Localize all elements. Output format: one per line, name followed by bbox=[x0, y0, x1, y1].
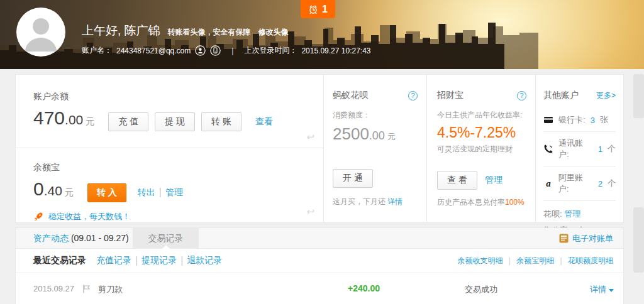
transfer-button[interactable]: 转 账 bbox=[201, 112, 242, 131]
huabei-quota-detail-link[interactable]: 花呗额度明细 bbox=[568, 256, 613, 265]
huabei-manage-item: 花呗: 管理 bbox=[543, 206, 616, 222]
alibaba-icon: a bbox=[543, 178, 553, 189]
refund-records-link[interactable]: 退款记录 bbox=[187, 255, 222, 266]
zhaocaibao-history-label: 历史产品本息兑付率 bbox=[437, 198, 505, 207]
mobile-icon[interactable] bbox=[210, 45, 221, 56]
balance-amount-int: 470 bbox=[33, 107, 65, 129]
yuebao-detail-link[interactable]: 余额宝明细 bbox=[516, 256, 554, 265]
header-separator: | bbox=[231, 46, 233, 55]
undo-arrow-icon[interactable]: ↩ bbox=[306, 131, 314, 143]
more-link[interactable]: 更多> bbox=[596, 90, 616, 101]
header-banner: 1 上午好, 陈广锦 转账看头像，安全有保障 修改头像 账户名： 2443487… bbox=[0, 0, 644, 69]
yuebao-manage-link[interactable]: 管理 bbox=[165, 187, 183, 198]
e-statement-label[interactable]: 电子对账单 bbox=[572, 233, 613, 244]
zhaocaibao-desc: 可灵活变现的定期理财 bbox=[437, 144, 526, 155]
phone-icon bbox=[543, 144, 553, 154]
zhaocaibao-title: 招财宝 bbox=[437, 90, 464, 101]
zhaocaibao-rate: 4.5%-7.25% bbox=[437, 124, 526, 141]
zhaocaibao-view-button[interactable]: 查 看 bbox=[437, 171, 477, 190]
transaction-name: 剪刀款 bbox=[98, 284, 123, 295]
rocket-icon bbox=[33, 212, 43, 222]
asset-date-range: (09.01 - 09.27) bbox=[71, 233, 129, 243]
huabei-row-label: 花呗: bbox=[543, 209, 562, 219]
undo-arrow-icon[interactable]: ↩ bbox=[306, 206, 314, 217]
transfer-out-link[interactable]: 转出 bbox=[138, 187, 155, 198]
statement-icon bbox=[559, 234, 569, 243]
balance-unit: 元 bbox=[86, 116, 94, 128]
telecom-accounts-count: 1 bbox=[598, 144, 602, 154]
greeting-tip: 转账看头像，安全有保障 bbox=[168, 27, 251, 38]
yuebao-amount-int: 0 bbox=[33, 178, 44, 200]
yuebao-slogan-link[interactable]: 稳定收益，每天数钱！ bbox=[48, 211, 130, 222]
notification-count: 1 bbox=[322, 4, 328, 15]
yuebao-title: 余额宝 bbox=[33, 162, 323, 173]
records-tabstrip: 资产动态 (09.01 - 09.27) 交易记录 电子对账单 bbox=[16, 228, 623, 249]
transaction-date: 2015.09.27 bbox=[33, 284, 74, 293]
recent-records-label: 最近交易记录 bbox=[33, 255, 86, 266]
ali-accounts-item[interactable]: a 阿里账户: 2 个 bbox=[543, 166, 616, 201]
accounts-overview-card: 账户余额 470 .00 元 充 值 提 现 转 账 查看 ↩ 余额宝 0 .4… bbox=[15, 74, 624, 223]
transaction-amount: +240.00 bbox=[348, 283, 380, 293]
last-login-label: 上次登录时间： bbox=[244, 45, 297, 56]
greeting-text: 上午好, 陈广锦 bbox=[82, 23, 160, 39]
change-avatar-link[interactable]: 修改头像 bbox=[258, 27, 289, 38]
bank-card-icon bbox=[543, 115, 553, 125]
last-login-time: 2015.09.27 10:27:43 bbox=[301, 46, 370, 55]
huabei-section: 蚂蚁花呗 ? 消费额度： 2500 .00 元 开 通 这月买，下月还 详情 bbox=[323, 75, 426, 222]
record-links-row: 最近交易记录 充值记录 | 提现记录 | 退款记录 余额收支明细 | 余额宝明细… bbox=[16, 249, 623, 273]
account-name-label: 账户名： bbox=[82, 45, 112, 56]
zhaocaibao-history-value: 100% bbox=[505, 198, 525, 207]
telecom-accounts-unit: 个 bbox=[608, 143, 616, 155]
transaction-detail-link[interactable]: 详情 bbox=[590, 284, 614, 295]
balance-title: 账户余额 bbox=[33, 91, 323, 102]
scrollbar-thumb[interactable] bbox=[633, 207, 644, 273]
huabei-unit: 元 bbox=[387, 131, 396, 143]
recharge-records-link[interactable]: 充值记录 bbox=[96, 255, 131, 266]
detail-label[interactable]: 详情 bbox=[590, 284, 606, 295]
tab-transaction-records[interactable]: 交易记录 bbox=[133, 228, 199, 249]
chevron-down-icon bbox=[609, 289, 614, 292]
zhaocaibao-section: 招财宝 ? 今日主供产品年化收益率: 4.5%-7.25% 可灵活变现的定期理财… bbox=[426, 75, 535, 222]
link-separator: | bbox=[135, 255, 138, 266]
account-email: 2443487521@qq.com bbox=[116, 46, 191, 55]
records-card: 资产动态 (09.01 - 09.27) 交易记录 电子对账单 最近交易记录 充… bbox=[15, 227, 624, 304]
recharge-button[interactable]: 充 值 bbox=[108, 112, 148, 131]
floating-panel-handle[interactable] bbox=[633, 74, 644, 118]
transaction-status: 交易成功 bbox=[465, 284, 497, 295]
withdraw-button[interactable]: 提 现 bbox=[155, 112, 195, 131]
telecom-accounts-item[interactable]: 通讯账户: 1 个 bbox=[543, 132, 616, 166]
bank-cards-count: 3 bbox=[591, 116, 595, 125]
zhaocaibao-rate-label: 今日主供产品年化收益率: bbox=[437, 110, 526, 121]
huabei-title: 蚂蚁花呗 bbox=[333, 90, 368, 101]
link-separator: | bbox=[509, 256, 511, 265]
transaction-row: 2015.09.27 剪刀款 +240.00 交易成功 详情 bbox=[16, 273, 623, 304]
greeting-row: 上午好, 陈广锦 转账看头像，安全有保障 修改头像 bbox=[82, 23, 289, 39]
avatar[interactable] bbox=[16, 8, 65, 57]
bank-cards-unit: 张 bbox=[600, 114, 608, 126]
balance-detail-link[interactable]: 余额收支明细 bbox=[457, 256, 502, 265]
flag-icon[interactable] bbox=[82, 285, 91, 293]
huabei-detail-link[interactable]: 详情 bbox=[387, 197, 402, 206]
huabei-open-button[interactable]: 开 通 bbox=[333, 169, 373, 188]
person-silhouette-icon bbox=[16, 8, 65, 57]
huabei-manage-link[interactable]: 管理 bbox=[564, 209, 580, 219]
notification-badge[interactable]: 1 bbox=[301, 0, 335, 18]
help-icon[interactable]: ? bbox=[408, 91, 418, 100]
tab-asset-activity[interactable]: 资产动态 bbox=[33, 233, 69, 243]
yuebao-section: 余额宝 0 .40 元 转 入 转出 | 管理 bbox=[16, 148, 323, 222]
help-icon[interactable]: ? bbox=[517, 91, 526, 100]
link-separator: | bbox=[560, 256, 562, 265]
other-accounts-title: 其他账户 bbox=[543, 90, 579, 101]
withdraw-records-link[interactable]: 提现记录 bbox=[142, 255, 177, 266]
bank-cards-item[interactable]: 银行卡: 3 张 bbox=[543, 109, 616, 132]
e-statement-link[interactable]: 电子对账单 bbox=[559, 228, 613, 249]
ali-accounts-unit: 个 bbox=[608, 178, 616, 189]
profile-icon[interactable] bbox=[195, 45, 206, 56]
zhaocaibao-manage-link[interactable]: 管理 bbox=[485, 175, 502, 186]
transfer-in-button[interactable]: 转 入 bbox=[87, 183, 126, 202]
view-balance-link[interactable]: 查看 bbox=[255, 116, 273, 128]
yuebao-amount-dec: .40 bbox=[44, 183, 62, 198]
huabei-amount-dec: .00 bbox=[369, 129, 385, 143]
huabei-amount-int: 2500 bbox=[333, 124, 369, 144]
huabei-desc: 这月买，下月还 bbox=[333, 197, 386, 206]
